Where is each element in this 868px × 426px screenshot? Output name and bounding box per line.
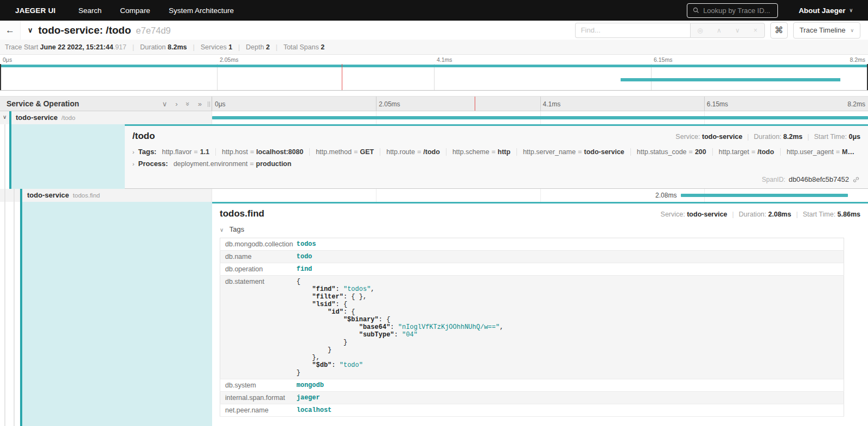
tags-section-label: Tags: [229, 225, 244, 233]
tag-pill: deployment.environment=production: [174, 160, 297, 168]
span-accent-bar: [9, 111, 11, 124]
nav-item[interactable]: Search: [79, 7, 102, 15]
tag-value-cell: mongodb: [292, 379, 844, 392]
tick-label: 8.2ms: [847, 100, 865, 108]
timeline-header-icons: ∨ › » »: [162, 100, 202, 107]
tag-pill: http.flavor=1.1: [162, 148, 215, 156]
back-button[interactable]: ←: [0, 21, 21, 40]
indent-guide: [14, 202, 15, 426]
tags-accordion[interactable]: › Tags: http.flavor=1.1http.host=localho…: [132, 148, 860, 156]
span-service-name: todo-service/todo: [16, 113, 75, 122]
trace-view-selector[interactable]: Trace Timeline ∨: [793, 22, 860, 39]
equals-sign: =: [751, 148, 755, 156]
chevron-right-icon: ›: [132, 149, 135, 155]
keyboard-shortcuts-button[interactable]: ⌘: [770, 22, 788, 39]
span-duration-bar[interactable]: [212, 116, 868, 119]
trace-duration: Duration 8.2ms: [140, 43, 187, 51]
match-highlight-icon[interactable]: ◎: [697, 27, 703, 34]
tag-key-cell: net.peer.name: [220, 404, 292, 417]
tag-value: 200: [695, 148, 706, 156]
chevron-down-icon: ∨: [220, 227, 224, 233]
span-name-cell[interactable]: ∨ todo-service/todo: [0, 111, 212, 124]
app-logo[interactable]: JAEGER UI: [15, 7, 56, 15]
tag-key: http.method: [316, 148, 352, 156]
tick-label: 0μs: [3, 56, 12, 63]
span-accent-bar: [20, 189, 22, 202]
trace-collapse-toggle[interactable]: ∨: [28, 26, 33, 34]
search-icon: [693, 7, 699, 14]
trace-id-lookup[interactable]: Lookup by Trace ID...: [687, 3, 778, 18]
tag-value: localhost:8080: [256, 148, 303, 156]
separator: |: [193, 43, 194, 51]
tag-key-cell: db.name: [220, 251, 292, 263]
view-selector-label: Trace Timeline: [800, 26, 846, 34]
minimap-canvas[interactable]: [0, 64, 868, 90]
span-graph-minimap[interactable]: 0μs2.05ms4.1ms6.15ms8.2ms: [0, 55, 868, 91]
span-bar-row-todo[interactable]: ∨ todo-service/todo: [0, 111, 868, 124]
tag-table-row: internal.span.formatjaeger: [220, 392, 844, 404]
service-operation-label: Service & Operation: [7, 99, 79, 108]
tags-accordion[interactable]: ∨ Tags: [220, 225, 860, 233]
about-jaeger-menu[interactable]: About Jaeger ∨: [799, 7, 853, 15]
span-bar-row-todos-find[interactable]: todo-servicetodos.find 2.08ms: [0, 189, 868, 202]
timeline-header: Service & Operation ∨ › » » 0μs2.05ms4.1…: [0, 96, 868, 111]
tick-label: 2.05ms: [220, 56, 238, 63]
link-icon[interactable]: [852, 176, 860, 183]
gridline: [540, 97, 541, 111]
tag-key-cell: db.system: [220, 379, 292, 392]
timeline-ticks-header[interactable]: 0μs2.05ms4.1ms6.15ms8.2ms: [212, 97, 868, 111]
span-bar-cell-todos-find[interactable]: 2.08ms: [212, 189, 868, 202]
expand-all-icon[interactable]: »: [198, 100, 202, 107]
tag-key: http.server_name: [523, 148, 576, 156]
span-duration-bar[interactable]: [681, 194, 847, 197]
tag-pill: http.method=GET: [309, 148, 380, 156]
tag-pill: http.host=localhost:8080: [215, 148, 309, 156]
cursor-guide-line: [342, 64, 342, 90]
next-result-icon[interactable]: ∨: [735, 27, 740, 34]
tag-value: http: [497, 148, 510, 156]
tag-value: GET: [360, 148, 374, 156]
span-operation-name: todos.find: [73, 192, 100, 199]
tag-value-cell: localhost: [292, 404, 844, 417]
separator: |: [276, 43, 277, 51]
nav-links: SearchCompareSystem Architecture: [79, 7, 234, 15]
span-bar-cell-todo[interactable]: [212, 111, 868, 124]
tags-key-value-table: db.mongodb.collectiontodosdb.nametododb.…: [220, 238, 844, 417]
nav-item[interactable]: Compare: [120, 7, 150, 15]
tag-key: http.host: [222, 148, 248, 156]
equals-sign: =: [417, 148, 421, 156]
collapse-one-icon[interactable]: ∨: [162, 100, 168, 107]
tag-value-cell: todos: [292, 238, 844, 251]
trace-start: Trace Start June 22 2022, 15:21:44.917: [5, 43, 126, 51]
indent-guide: [4, 189, 5, 202]
viewport-drag-handle-left[interactable]: [0, 64, 1, 90]
prev-result-icon[interactable]: ∧: [717, 27, 722, 34]
trace-services: Services 1: [201, 43, 232, 51]
process-accordion[interactable]: › Process: deployment.environment=produc…: [132, 160, 860, 168]
span-detail-header: /todo Service: todo-service | Duration: …: [132, 131, 860, 142]
service-operation-header: Service & Operation ∨ › » »: [0, 97, 212, 111]
span-name-cell[interactable]: todo-servicetodos.find: [0, 189, 212, 202]
clear-search-icon[interactable]: ×: [754, 27, 757, 34]
column-resizer-handle[interactable]: [208, 101, 210, 107]
nav-item[interactable]: System Architecture: [169, 7, 234, 15]
tick-label: 4.1ms: [543, 100, 561, 108]
span-detail-title: todos.find: [220, 208, 264, 219]
gridline: [217, 64, 218, 90]
tick-label: 0μs: [215, 100, 226, 108]
cursor-guide-line: [475, 97, 475, 111]
chevron-right-icon: ›: [132, 161, 135, 167]
tag-pill: http.route=/todo: [380, 148, 446, 156]
gridline: [434, 64, 435, 90]
collapse-all-icon[interactable]: »: [184, 101, 192, 105]
expand-one-icon[interactable]: ›: [175, 100, 177, 107]
span-detail-meta: Service: todo-service | Duration: 2.08ms…: [661, 211, 860, 218]
equals-sign: =: [354, 148, 358, 156]
find-input[interactable]: [575, 23, 690, 38]
minimap-ticks: 0μs2.05ms4.1ms6.15ms8.2ms: [0, 55, 868, 64]
json-value: { "find": "todos", "filter": { }, "lsid"…: [297, 278, 839, 377]
span-collapse-toggle-icon[interactable]: ∨: [3, 114, 7, 120]
tag-key: http.flavor: [162, 148, 192, 156]
span-indent-fill: [22, 202, 212, 426]
span-duration-label: 2.08ms: [655, 192, 676, 199]
